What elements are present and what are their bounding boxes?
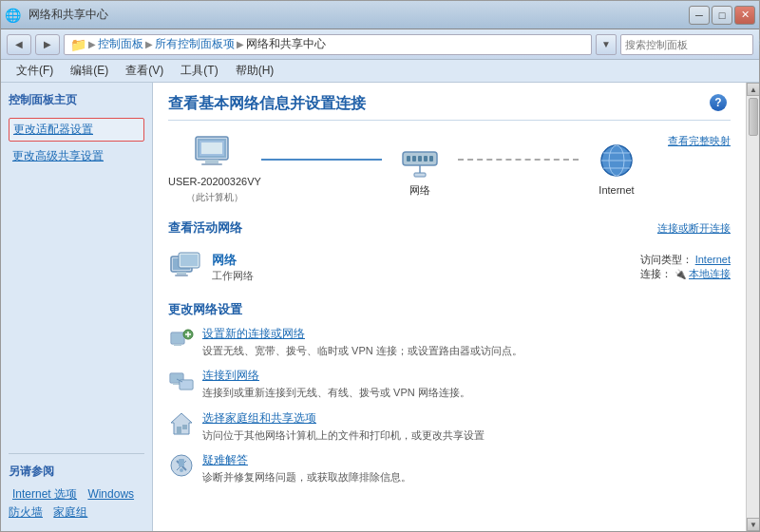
net-line-1 bbox=[261, 159, 382, 161]
network-type: 工作网络 bbox=[212, 269, 631, 283]
settings-item-troubleshoot: 疑难解答 诊断并修复网络问题，或获取故障排除信息。 bbox=[168, 452, 731, 484]
svg-point-44 bbox=[180, 468, 183, 472]
change-settings-title: 更改网络设置 bbox=[168, 301, 731, 318]
computer-sublabel: （此计算机） bbox=[186, 191, 243, 204]
svg-rect-11 bbox=[429, 156, 433, 162]
connect-disconnect-link[interactable]: 连接或断开连接 bbox=[657, 221, 731, 236]
svg-rect-9 bbox=[418, 156, 422, 162]
help-icon[interactable]: ? bbox=[710, 94, 727, 111]
menu-bar: 文件(F) 编辑(E) 查看(V) 工具(T) 帮助(H) bbox=[1, 60, 759, 83]
scrollbar-up-button[interactable]: ▲ bbox=[747, 83, 759, 96]
settings-item-homegroup: 选择家庭组和共享选项 访问位于其他网络计算机上的文件和打印机，或更改共享设置 bbox=[168, 410, 731, 443]
svg-rect-7 bbox=[407, 156, 410, 162]
settings-item-new-connection: 设置新的连接或网络 设置无线、宽带、拨号、临时或 VPN 连接；或设置路由器或访… bbox=[168, 326, 731, 358]
sidebar-link-homegroup[interactable]: 家庭组 bbox=[49, 504, 91, 521]
menu-file[interactable]: 文件(F) bbox=[9, 61, 61, 81]
settings-item-connect-network: 连接到网络 连接到或重新连接到无线、有线、拨号或 VPN 网络连接。 bbox=[168, 368, 731, 400]
address-bar: ◀ ▶ 📁 ▶ 控制面板 ▶ 所有控制面板项 ▶ 网络和共享中心 ▼ 🔍 bbox=[1, 29, 759, 60]
svg-rect-26 bbox=[172, 333, 183, 343]
back-button[interactable]: ◀ bbox=[7, 34, 31, 55]
sidebar-bottom-title: 另请参阅 bbox=[9, 464, 144, 480]
svg-rect-38 bbox=[177, 427, 181, 434]
address-dropdown-button[interactable]: ▼ bbox=[596, 34, 617, 55]
scrollbar: ▲ ▼ bbox=[746, 83, 759, 531]
access-type-row: 访问类型： Internet bbox=[640, 253, 731, 267]
svg-rect-27 bbox=[174, 344, 181, 346]
troubleshoot-desc: 诊断并修复网络问题，或获取故障排除信息。 bbox=[202, 470, 731, 484]
title-bar-left: 🌐 网络和共享中心 bbox=[5, 7, 108, 23]
connection-label: 连接： bbox=[640, 268, 672, 279]
settings-item-2-content: 连接到网络 连接到或重新连接到无线、有线、拨号或 VPN 网络连接。 bbox=[202, 368, 731, 400]
active-networks-title: 查看活动网络 bbox=[168, 219, 242, 237]
sidebar-link-internet-options[interactable]: Internet 选项 bbox=[9, 485, 81, 503]
new-connection-desc: 设置无线、宽带、拨号、临时或 VPN 连接；或设置路由器或访问点。 bbox=[202, 344, 731, 358]
computer-icon bbox=[191, 134, 238, 172]
content-panel: ? 查看基本网络信息并设置连接 bbox=[153, 83, 746, 531]
sidebar-title: 控制面板主页 bbox=[9, 92, 144, 108]
menu-tools[interactable]: 工具(T) bbox=[173, 61, 225, 81]
close-button[interactable]: ✕ bbox=[734, 6, 755, 25]
internet-label: Internet bbox=[598, 184, 634, 196]
breadcrumb: 📁 ▶ 控制面板 ▶ 所有控制面板项 ▶ 网络和共享中心 bbox=[64, 34, 592, 55]
settings-item-1-content: 设置新的连接或网络 设置无线、宽带、拨号、临时或 VPN 连接；或设置路由器或访… bbox=[202, 326, 731, 358]
sidebar-bottom: 另请参阅 Internet 选项 Windows 防火墙 家庭组 bbox=[9, 453, 144, 522]
new-connection-icon bbox=[168, 326, 195, 352]
breadcrumb-allitems[interactable]: 所有控制面板项 bbox=[155, 36, 235, 52]
settings-item-3-content: 选择家庭组和共享选项 访问位于其他网络计算机上的文件和打印机，或更改共享设置 bbox=[202, 410, 731, 443]
sidebar-link-advanced-sharing[interactable]: 更改高级共享设置 bbox=[9, 145, 144, 167]
sidebar-link-adapter-settings[interactable]: 更改适配器设置 bbox=[9, 118, 144, 142]
forward-button[interactable]: ▶ bbox=[35, 34, 60, 55]
network-card: 网络 工作网络 访问类型： Internet 连接： 🔌 本地连接 bbox=[168, 244, 731, 290]
svg-rect-3 bbox=[201, 163, 222, 165]
menu-edit[interactable]: 编辑(E) bbox=[63, 61, 116, 81]
network-icon bbox=[396, 142, 444, 180]
net-node-computer: USER-20200326VY （此计算机） bbox=[168, 134, 261, 204]
svg-rect-2 bbox=[205, 160, 218, 163]
connection-row: 连接： 🔌 本地连接 bbox=[640, 267, 731, 281]
network-card-info: 网络 工作网络 bbox=[212, 252, 631, 283]
title-bar: 🌐 网络和共享中心 ─ □ ✕ bbox=[1, 1, 759, 29]
svg-rect-10 bbox=[424, 156, 428, 162]
content-title: 查看基本网络信息并设置连接 bbox=[168, 94, 731, 121]
view-full-map-link[interactable]: 查看完整映射 bbox=[668, 134, 731, 148]
svg-rect-43 bbox=[179, 459, 184, 466]
search-bar: 🔍 bbox=[620, 34, 753, 55]
breadcrumb-controlpanel[interactable]: 控制面板 bbox=[98, 36, 143, 52]
connect-network-icon bbox=[168, 368, 195, 394]
menu-view[interactable]: 查看(V) bbox=[118, 61, 171, 81]
search-input[interactable] bbox=[625, 39, 756, 50]
content-area: ? 查看基本网络信息并设置连接 bbox=[153, 83, 759, 531]
network-meta: 访问类型： Internet 连接： 🔌 本地连接 bbox=[640, 253, 731, 281]
sidebar: 控制面板主页 更改适配器设置 更改高级共享设置 另请参阅 Internet 选项… bbox=[1, 83, 153, 531]
new-connection-title[interactable]: 设置新的连接或网络 bbox=[202, 326, 731, 342]
svg-rect-24 bbox=[180, 255, 198, 266]
scrollbar-down-button[interactable]: ▼ bbox=[747, 518, 759, 531]
net-node-network: 网络 bbox=[382, 142, 458, 198]
svg-rect-39 bbox=[182, 425, 187, 429]
svg-rect-13 bbox=[414, 173, 426, 177]
svg-rect-8 bbox=[412, 156, 416, 162]
breadcrumb-current: 网络和共享中心 bbox=[246, 36, 326, 52]
connect-network-desc: 连接到或重新连接到无线、有线、拨号或 VPN 网络连接。 bbox=[202, 386, 731, 400]
active-networks-header: 查看活动网络 连接或断开连接 bbox=[168, 219, 731, 237]
homegroup-desc: 访问位于其他网络计算机上的文件和打印机，或更改共享设置 bbox=[202, 428, 731, 443]
title-controls: ─ □ ✕ bbox=[689, 6, 755, 25]
window-title: 网络和共享中心 bbox=[28, 7, 108, 23]
scrollbar-thumb[interactable] bbox=[749, 98, 758, 136]
connect-network-title[interactable]: 连接到网络 bbox=[202, 368, 731, 384]
menu-help[interactable]: 帮助(H) bbox=[228, 61, 282, 81]
minimize-button[interactable]: ─ bbox=[689, 6, 710, 25]
homegroup-title[interactable]: 选择家庭组和共享选项 bbox=[202, 410, 731, 427]
access-type-label: 访问类型： bbox=[640, 254, 693, 265]
homegroup-icon bbox=[168, 410, 195, 437]
maximize-button[interactable]: □ bbox=[712, 6, 732, 25]
access-type-value: Internet bbox=[695, 254, 731, 265]
connection-value-link[interactable]: 本地连接 bbox=[689, 268, 731, 279]
network-name[interactable]: 网络 bbox=[212, 252, 631, 269]
settings-item-4-content: 疑难解答 诊断并修复网络问题，或获取故障排除信息。 bbox=[202, 452, 731, 484]
svg-rect-21 bbox=[177, 272, 186, 275]
troubleshoot-title[interactable]: 疑难解答 bbox=[202, 452, 731, 468]
net-line-2 bbox=[458, 159, 579, 161]
internet-icon bbox=[593, 142, 640, 180]
svg-rect-5 bbox=[201, 142, 222, 154]
